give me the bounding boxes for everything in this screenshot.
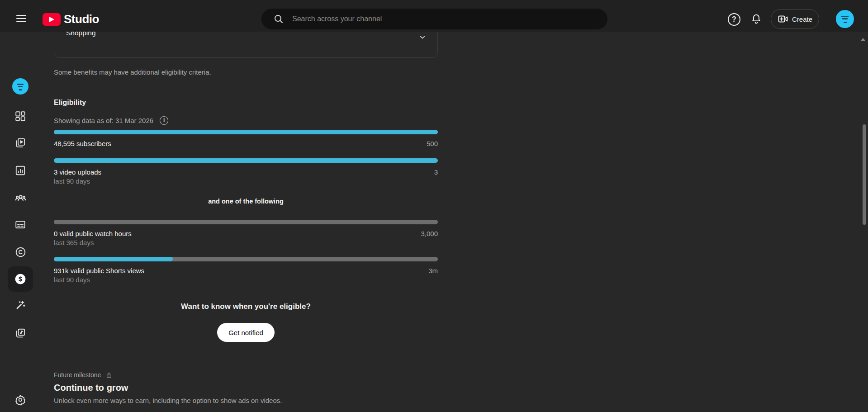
- eligibility-title: Eligibility: [54, 98, 438, 107]
- requirement-shorts-views: 931k valid public Shorts views 3m last 9…: [54, 257, 438, 284]
- sidebar-item-audio-library[interactable]: [8, 321, 33, 346]
- svg-text:$: $: [19, 275, 22, 283]
- requirement-video-uploads: 3 video uploads 3 last 90 days: [54, 158, 438, 186]
- requirement-target: 3,000: [421, 229, 438, 238]
- progress-fill: [54, 130, 438, 134]
- sidebar-item-dashboard[interactable]: [8, 104, 33, 129]
- shopping-section-label: Shopping: [66, 32, 96, 38]
- audio-library-icon: [14, 327, 26, 339]
- account-avatar[interactable]: [836, 10, 854, 28]
- progress-track: [54, 220, 438, 224]
- channel-search: [261, 9, 607, 29]
- info-icon[interactable]: i: [160, 116, 168, 125]
- create-video-icon: [778, 14, 788, 24]
- scroll-up-button[interactable]: [861, 38, 865, 41]
- requirement-period: last 90 days: [54, 275, 438, 284]
- requirement-label: 0 valid public watch hours: [54, 229, 132, 238]
- notifications-button[interactable]: [750, 13, 762, 26]
- benefits-note: Some benefits may have additional eligib…: [54, 68, 438, 76]
- search-icon: [273, 14, 284, 24]
- requirement-label: 48,595 subscribers: [54, 139, 111, 148]
- top-app-bar: Studio ? Create: [0, 0, 868, 32]
- requirement-period: last 90 days: [54, 177, 438, 186]
- progress-track: [54, 158, 438, 163]
- sidebar-item-earn[interactable]: $: [8, 266, 33, 292]
- main-content: Shopping Some benefits may have addition…: [40, 32, 868, 412]
- monetization-icon: $: [14, 273, 26, 285]
- create-button-label: Create: [792, 15, 812, 23]
- lock-icon: [105, 372, 113, 379]
- chevron-down-icon: [418, 33, 427, 43]
- future-milestone-label: Future milestone: [54, 371, 101, 379]
- analytics-icon: [14, 165, 26, 176]
- requirement-subscribers: 48,595 subscribers 500: [54, 130, 438, 148]
- sidebar-item-customization[interactable]: [8, 293, 33, 318]
- sidebar-item-subtitles[interactable]: [8, 212, 33, 237]
- dashboard-icon: [14, 110, 26, 122]
- help-icon: ?: [728, 13, 740, 26]
- requirement-label: 931k valid public Shorts views: [54, 266, 144, 275]
- studio-mini-sidebar: $: [0, 32, 40, 412]
- future-milestone-title: Continue to grow: [54, 382, 438, 393]
- data-as-of-label: Showing data as of: 31 Mar 2026: [54, 117, 153, 124]
- progress-track: [54, 257, 438, 261]
- magic-wand-icon: [14, 299, 26, 311]
- notify-prompt: Want to know when you're eligible?: [54, 302, 438, 311]
- youtube-play-icon: [43, 13, 61, 26]
- future-milestone-kicker: Future milestone: [54, 371, 438, 379]
- subtitles-icon: [14, 219, 26, 231]
- sidebar-item-content[interactable]: [8, 130, 33, 156]
- gear-icon: [14, 394, 26, 406]
- sidebar-item-analytics[interactable]: [8, 158, 33, 183]
- progress-fill: [54, 158, 438, 163]
- youtube-studio-logo[interactable]: Studio: [43, 12, 99, 26]
- get-notified-button[interactable]: Get notified: [217, 323, 275, 342]
- progress-fill: [54, 257, 173, 261]
- search-input[interactable]: [292, 15, 603, 23]
- alternative-divider: and one of the following: [54, 197, 438, 205]
- requirement-label: 3 video uploads: [54, 168, 101, 177]
- requirement-target: 3m: [428, 266, 438, 275]
- data-as-of-row: Showing data as of: 31 Mar 2026 i: [54, 115, 438, 125]
- help-button[interactable]: ?: [728, 13, 740, 26]
- scrollbar-thumb[interactable]: [863, 124, 866, 225]
- sidebar-item-community[interactable]: [8, 185, 33, 210]
- menu-icon[interactable]: [16, 15, 26, 22]
- sidebar-item-channel-avatar[interactable]: [12, 78, 28, 95]
- create-button[interactable]: Create: [771, 9, 819, 29]
- sidebar-item-settings[interactable]: [8, 387, 33, 412]
- content-icon: [14, 137, 26, 149]
- shopping-benefit-section[interactable]: Shopping: [54, 32, 438, 58]
- bell-icon: [750, 13, 762, 25]
- community-icon: [14, 192, 27, 204]
- copyright-icon: [14, 246, 27, 258]
- progress-track: [54, 130, 438, 134]
- requirement-target: 3: [434, 168, 438, 177]
- future-milestone-description: Unlock even more ways to earn, including…: [54, 396, 438, 405]
- requirement-period: last 365 days: [54, 238, 438, 247]
- requirement-watch-hours: 0 valid public watch hours 3,000 last 36…: [54, 220, 438, 247]
- app-title: Studio: [64, 12, 99, 26]
- sidebar-item-copyright[interactable]: [8, 239, 33, 265]
- requirement-target: 500: [427, 139, 438, 148]
